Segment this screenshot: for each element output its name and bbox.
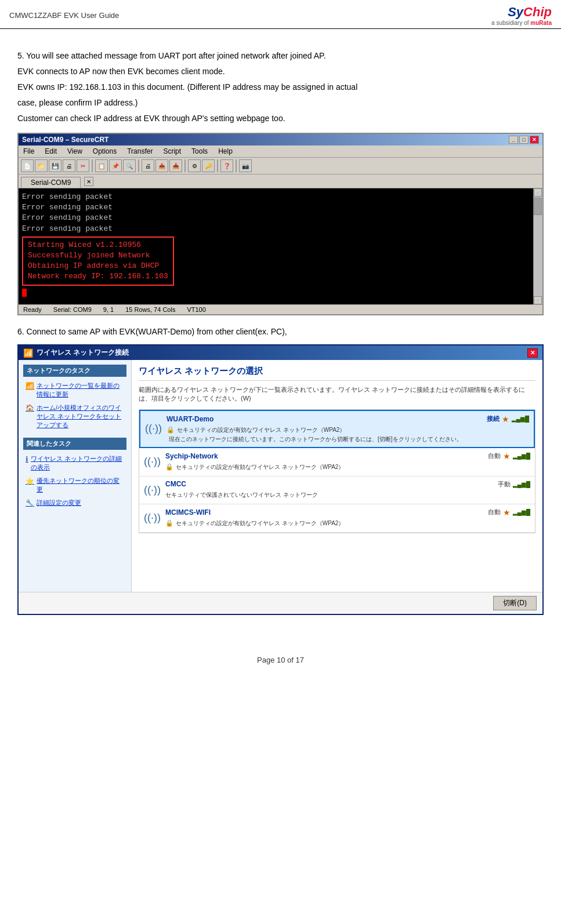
mcimcs-security: 🔒 セキュリティの設定が有効なワイヤレス ネットワーク（WPA2） xyxy=(165,519,530,528)
network-item-cmcc[interactable]: ((·)) CMCC 手動 ▂▄▆█ セ xyxy=(139,476,535,504)
toolbar-print[interactable]: 🖨 xyxy=(63,159,75,172)
toolbar-print2[interactable]: 🖨 xyxy=(142,159,154,172)
wifi-body: ネットワークのタスク 📶 ネットワークの一覧を最新の情報に更新 🏠 ホーム/小規… xyxy=(19,360,542,592)
menu-script[interactable]: Script xyxy=(161,147,183,156)
disconnect-button[interactable]: 切断(D) xyxy=(493,596,537,610)
scroll-down-btn[interactable]: ▼ xyxy=(534,296,542,304)
related3-label: 詳細設定の変更 xyxy=(37,499,81,507)
sychip-header: Sychip-Network 自動 ★ ▂▄▆█ xyxy=(165,452,530,461)
cmcc-name: CMCC xyxy=(165,480,186,488)
status-rowscols: 15 Rows, 74 Cols xyxy=(125,306,175,313)
murata-logo: muRata xyxy=(530,20,552,26)
serial-com9-tab[interactable]: Serial-COM9 xyxy=(21,177,81,188)
cmcc-antenna-icon: ((·)) xyxy=(144,484,161,496)
menu-file[interactable]: File xyxy=(21,147,37,156)
logo-sy: Sy xyxy=(508,5,523,20)
wifi-desc: 範囲内にあるワイヤレス ネットワークが下に一覧表示されています。ワイヤレス ネッ… xyxy=(139,385,535,403)
cmcc-header: CMCC 手動 ▂▄▆█ xyxy=(165,480,530,489)
toolbar-recv[interactable]: 📥 xyxy=(169,159,182,172)
sychip-signal: ▂▄▆█ xyxy=(513,453,530,459)
status-terminal: VT100 xyxy=(187,306,205,313)
wuart-security-text: セキュリティの設定が有効なワイヤレス ネットワーク（WPA2） xyxy=(177,426,345,434)
related-title: 関連したタスク xyxy=(23,438,126,450)
sychip-name: Sychip-Network xyxy=(165,452,218,460)
mcimcs-signal: ▂▄▆█ xyxy=(513,509,530,515)
toolbar-save[interactable]: 💾 xyxy=(49,159,61,172)
wifi-close-btn[interactable]: ✕ xyxy=(527,348,538,358)
sychip-auto: 自動 xyxy=(488,452,501,460)
related-link-2[interactable]: ⭐ 優先ネットワークの順位の変更 xyxy=(23,475,126,495)
task-link-2[interactable]: 🏠 ホーム/小規模オフィスのワイヤレス ネットワークをセットアップする xyxy=(23,402,126,431)
page-footer: Page 10 of 17 xyxy=(0,650,561,670)
sychip-star: ★ xyxy=(503,452,511,461)
related-link-1[interactable]: ℹ ワイヤレス ネットワークの詳細の表示 xyxy=(23,453,126,473)
cmcc-security-text: セキュリティで保護されていないワイヤレス ネットワーク xyxy=(165,491,318,499)
toolbar-new[interactable]: 📄 xyxy=(21,159,34,172)
status-rowcol: 9, 1 xyxy=(103,306,114,313)
close-btn[interactable]: ✕ xyxy=(530,136,539,144)
toolbar-snap[interactable]: 📷 xyxy=(239,159,252,172)
document-title: CMWC1ZZABF EVK User Guide xyxy=(9,11,119,20)
logo-area: SyChip a subsidiary of muRata xyxy=(491,5,552,26)
sychip-security: 🔒 セキュリティの設定が有効なワイヤレス ネットワーク（WPA2） xyxy=(165,463,530,471)
network-item-wuart[interactable]: ((·)) WUART-Demo 接続 ★ ▂▄▆█ xyxy=(139,410,535,448)
scrollbar-thumb[interactable] xyxy=(534,198,542,215)
network-list: ((·)) WUART-Demo 接続 ★ ▂▄▆█ xyxy=(139,409,535,533)
related-link-3[interactable]: 🔧 詳細設定の変更 xyxy=(23,497,126,508)
related3-icon: 🔧 xyxy=(26,499,34,507)
logo-subsidiary: a subsidiary of muRata xyxy=(491,20,552,26)
wuart-note: 現在このネットワークに接続しています。このネットワークから切断するには、[切断]… xyxy=(167,435,529,443)
menu-edit[interactable]: Edit xyxy=(42,147,59,156)
sychip-status-group: 自動 ★ ▂▄▆█ xyxy=(488,452,530,461)
cmcc-auto: 手動 xyxy=(498,480,511,489)
network-item-mcimcs[interactable]: ((·)) MCIMCS-WIFI 自動 ★ ▂▄▆█ xyxy=(139,504,535,533)
wuart-status: 接続 xyxy=(487,414,500,423)
toolbar-cut[interactable]: ✂ xyxy=(77,159,89,172)
toolbar-sep3 xyxy=(184,159,186,172)
sychip-row: ((·)) Sychip-Network 自動 ★ ▂▄▆█ xyxy=(144,452,530,472)
task2-icon: 🏠 xyxy=(26,404,34,412)
toolbar-help[interactable]: ❓ xyxy=(220,159,233,172)
menu-options[interactable]: Options xyxy=(91,147,119,156)
menu-view[interactable]: View xyxy=(65,147,85,156)
menu-help[interactable]: Help xyxy=(216,147,235,156)
terminal-body: Error sending packet Error sending packe… xyxy=(19,188,542,304)
terminal-scrollbar[interactable]: ▲ ▼ xyxy=(533,188,542,304)
toolbar-send[interactable]: 📤 xyxy=(155,159,168,172)
terminal-cursor-line xyxy=(22,288,539,297)
related1-label: ワイヤレス ネットワークの詳細の表示 xyxy=(31,454,124,472)
terminal-line-3: Error sending packet xyxy=(22,213,539,223)
mcimcs-auto: 自動 xyxy=(488,508,501,516)
network-item-sychip[interactable]: ((·)) Sychip-Network 自動 ★ ▂▄▆█ xyxy=(139,448,535,476)
toolbar-paste[interactable]: 📌 xyxy=(109,159,122,172)
toolbar-open[interactable]: 📁 xyxy=(35,159,48,172)
maximize-btn[interactable]: □ xyxy=(519,136,529,144)
menu-transfer[interactable]: Transfer xyxy=(125,147,155,156)
wuart-details: WUART-Demo 接続 ★ ▂▄▆█ 🔒 セキュリティの設 xyxy=(167,414,529,443)
cmcc-signal: ▂▄▆█ xyxy=(513,481,530,488)
toolbar-find[interactable]: 🔍 xyxy=(123,159,136,172)
wuart-signal: ▂▄▆█ xyxy=(512,416,529,422)
terminal-line-4: Error sending packet xyxy=(22,224,539,234)
close-tab-btn[interactable]: ✕ xyxy=(84,177,93,186)
terminal-highlight-3: Obtaining IP address via DHCP xyxy=(28,261,168,271)
task-link-1[interactable]: 📶 ネットワークの一覧を最新の情報に更新 xyxy=(23,380,126,400)
toolbar-key[interactable]: 🔑 xyxy=(202,159,215,172)
minimize-btn[interactable]: _ xyxy=(509,136,518,144)
step5-line3a: EVK owns IP: 192.168.1.103 in this docum… xyxy=(17,81,544,93)
wuart-security: 🔒 セキュリティの設定が有効なワイヤレス ネットワーク（WPA2） xyxy=(167,426,529,434)
toolbar-copy[interactable]: 📋 xyxy=(95,159,108,172)
menu-tools[interactable]: Tools xyxy=(189,147,210,156)
toolbar-settings[interactable]: ⚙ xyxy=(188,159,201,172)
session-tabs: Serial-COM9 ✕ xyxy=(19,174,542,188)
sychip-logo: SyChip xyxy=(508,5,552,20)
mcimcs-lock-icon: 🔒 xyxy=(165,519,173,527)
task1-label: ネットワークの一覧を最新の情報に更新 xyxy=(37,381,124,399)
window-controls: _ □ ✕ xyxy=(509,136,539,144)
cmcc-details: CMCC 手動 ▂▄▆█ セキュリティで保護されていないワイヤレス ネットワーク xyxy=(165,480,530,500)
wuart-antenna-icon: ((·)) xyxy=(145,423,162,435)
terminal-cursor xyxy=(22,289,27,297)
terminal-line-1: Error sending packet xyxy=(22,192,539,202)
scroll-up-btn[interactable]: ▲ xyxy=(534,188,542,197)
mcimcs-antenna-icon: ((·)) xyxy=(144,512,161,524)
